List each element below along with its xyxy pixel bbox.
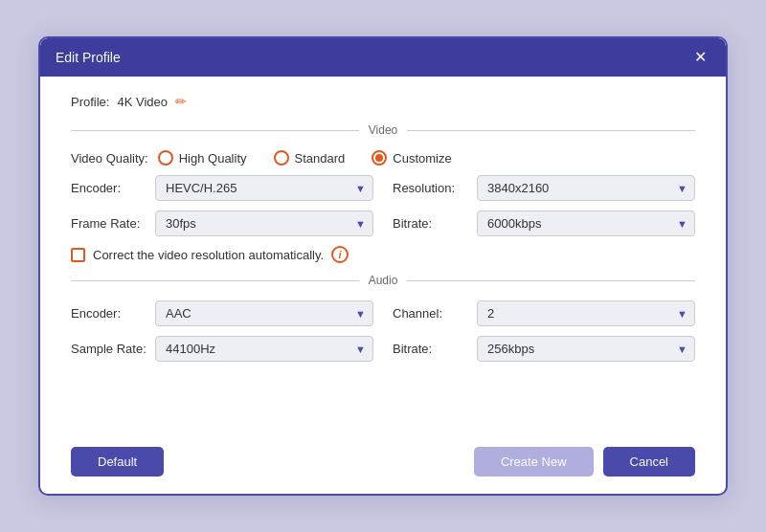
video-fields-row: Encoder: HEVC/H.265 H.264 VP9 ▼ Frame Ra… xyxy=(71,175,695,236)
video-section-title: Video xyxy=(359,123,407,137)
sample-rate-select[interactable]: 44100Hz 48000Hz 22050Hz xyxy=(155,336,373,362)
audio-bitrate-row: Bitrate: 256kbps 192kbps 128kbps ▼ xyxy=(393,336,695,362)
create-new-button[interactable]: Create New xyxy=(474,447,594,477)
auto-resolution-checkbox[interactable] xyxy=(71,248,85,262)
resolution-row: Resolution: 3840x2160 1920x1080 1280x720… xyxy=(393,175,695,201)
video-bitrate-label: Bitrate: xyxy=(393,216,469,231)
footer-right: Create New Cancel xyxy=(474,447,695,477)
audio-bitrate-select[interactable]: 256kbps 192kbps 128kbps xyxy=(477,336,695,362)
audio-bitrate-select-wrap: 256kbps 192kbps 128kbps ▼ xyxy=(477,336,695,362)
close-button[interactable]: ✕ xyxy=(690,48,710,67)
radio-high-quality[interactable]: High Quality xyxy=(158,150,247,166)
video-bitrate-select[interactable]: 6000kbps 4000kbps 2000kbps xyxy=(477,211,695,236)
edit-profile-dialog: Edit Profile ✕ Profile: 4K Video ✏ Video… xyxy=(38,36,728,496)
encoder-select-wrap: HEVC/H.265 H.264 VP9 ▼ xyxy=(155,175,373,201)
video-section-divider: Video xyxy=(71,122,695,137)
video-right-col: Resolution: 3840x2160 1920x1080 1280x720… xyxy=(393,175,695,236)
dialog-footer: Default Create New Cancel xyxy=(40,435,726,494)
audio-section-divider: Audio xyxy=(71,273,695,287)
channel-select[interactable]: 1 2 6 xyxy=(477,300,695,326)
audio-bitrate-label: Bitrate: xyxy=(393,342,469,356)
radio-customize-circle xyxy=(372,150,387,166)
dialog-body: Profile: 4K Video ✏ Video Video Quality:… xyxy=(40,77,726,435)
audio-encoder-row: Encoder: AAC MP3 FLAC ▼ xyxy=(71,300,373,326)
profile-value: 4K Video xyxy=(117,95,168,109)
radio-standard[interactable]: Standard xyxy=(274,150,346,166)
radio-customize-label: Customize xyxy=(393,151,451,166)
video-left-col: Encoder: HEVC/H.265 H.264 VP9 ▼ Frame Ra… xyxy=(71,175,373,236)
cancel-button[interactable]: Cancel xyxy=(603,447,695,477)
checkbox-row: Correct the video resolution automatical… xyxy=(71,246,695,263)
radio-customize[interactable]: Customize xyxy=(372,150,451,166)
profile-label: Profile: xyxy=(71,95,109,109)
video-section: Video Quality: High Quality Standard Cus… xyxy=(71,150,695,263)
resolution-label: Resolution: xyxy=(393,181,469,195)
encoder-row: Encoder: HEVC/H.265 H.264 VP9 ▼ xyxy=(71,175,373,201)
audio-encoder-label: Encoder: xyxy=(71,306,147,321)
encoder-label: Encoder: xyxy=(71,181,147,195)
audio-section: Encoder: AAC MP3 FLAC ▼ Sample Rate: xyxy=(71,300,695,362)
framerate-select[interactable]: 24fps 25fps 30fps 60fps xyxy=(155,211,373,236)
framerate-row: Frame Rate: 24fps 25fps 30fps 60fps ▼ xyxy=(71,211,373,236)
video-bitrate-row: Bitrate: 6000kbps 4000kbps 2000kbps ▼ xyxy=(393,211,695,236)
channel-label: Channel: xyxy=(393,306,469,321)
radio-high-quality-circle xyxy=(158,150,173,166)
radio-high-quality-label: High Quality xyxy=(179,151,247,166)
channel-row: Channel: 1 2 6 ▼ xyxy=(393,300,695,326)
sample-rate-label: Sample Rate: xyxy=(71,342,147,356)
audio-encoder-select-wrap: AAC MP3 FLAC ▼ xyxy=(155,300,373,326)
resolution-select-wrap: 3840x2160 1920x1080 1280x720 ▼ xyxy=(477,175,695,201)
radio-standard-circle xyxy=(274,150,289,166)
auto-resolution-label: Correct the video resolution automatical… xyxy=(93,248,324,262)
video-bitrate-select-wrap: 6000kbps 4000kbps 2000kbps ▼ xyxy=(477,211,695,236)
radio-standard-label: Standard xyxy=(295,151,346,166)
title-bar: Edit Profile ✕ xyxy=(40,38,726,77)
profile-row: Profile: 4K Video ✏ xyxy=(71,94,695,109)
audio-section-title: Audio xyxy=(359,274,408,287)
resolution-select[interactable]: 3840x2160 1920x1080 1280x720 xyxy=(477,175,695,201)
audio-right-col: Channel: 1 2 6 ▼ Bitrate: xyxy=(393,300,695,362)
edit-icon[interactable]: ✏ xyxy=(175,94,187,109)
audio-fields-row: Encoder: AAC MP3 FLAC ▼ Sample Rate: xyxy=(71,300,695,362)
encoder-select[interactable]: HEVC/H.265 H.264 VP9 xyxy=(155,175,373,201)
framerate-label: Frame Rate: xyxy=(71,216,147,231)
quality-radio-group: High Quality Standard Customize xyxy=(158,150,695,166)
channel-select-wrap: 1 2 6 ▼ xyxy=(477,300,695,326)
sample-rate-row: Sample Rate: 44100Hz 48000Hz 22050Hz ▼ xyxy=(71,336,373,362)
quality-label: Video Quality: xyxy=(71,151,148,166)
audio-encoder-select[interactable]: AAC MP3 FLAC xyxy=(155,300,373,326)
audio-left-col: Encoder: AAC MP3 FLAC ▼ Sample Rate: xyxy=(71,300,373,362)
framerate-select-wrap: 24fps 25fps 30fps 60fps ▼ xyxy=(155,211,373,236)
info-icon[interactable]: i xyxy=(331,246,349,263)
sample-rate-select-wrap: 44100Hz 48000Hz 22050Hz ▼ xyxy=(155,336,373,362)
default-button[interactable]: Default xyxy=(71,447,164,477)
dialog-title: Edit Profile xyxy=(56,50,121,65)
quality-row: Video Quality: High Quality Standard Cus… xyxy=(71,150,695,166)
